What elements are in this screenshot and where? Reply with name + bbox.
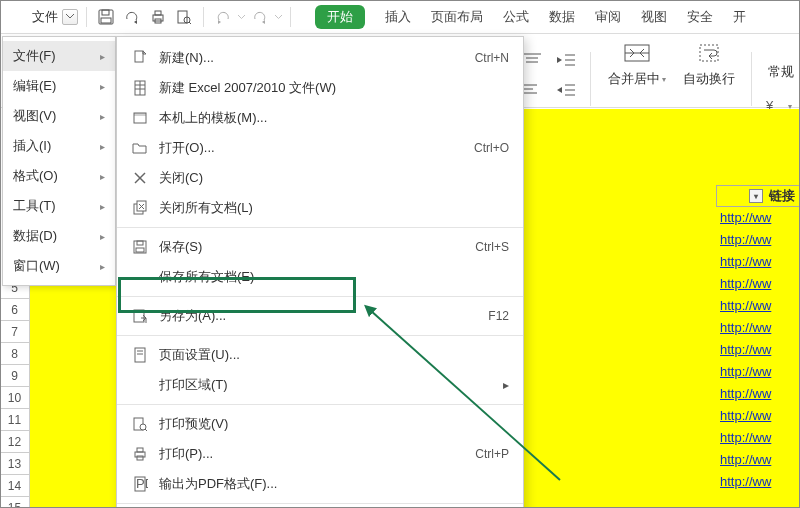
menu-item-save[interactable]: 保存(S)Ctrl+S bbox=[117, 232, 523, 262]
save-icon[interactable] bbox=[95, 6, 117, 28]
tab-start[interactable]: 开始 bbox=[315, 5, 365, 29]
divider bbox=[290, 7, 291, 27]
menu-item-shortcut: Ctrl+P bbox=[475, 447, 509, 461]
cell-link[interactable]: http://ww bbox=[720, 339, 800, 361]
row-header[interactable]: 8 bbox=[0, 343, 29, 365]
menu-item-open[interactable]: 打开(O)...Ctrl+O bbox=[117, 133, 523, 163]
cell-link[interactable]: http://ww bbox=[720, 273, 800, 295]
redo-icon[interactable] bbox=[121, 6, 143, 28]
file-flyout-menu: 新建(N)...Ctrl+N新建 Excel 2007/2010 文件(W)本机… bbox=[116, 36, 524, 508]
menu-separator bbox=[117, 227, 523, 228]
column-header-link[interactable]: ▾ 链接 bbox=[716, 185, 800, 207]
svg-rect-25 bbox=[135, 51, 143, 62]
submenu-item[interactable]: 窗口(W)▸ bbox=[3, 251, 115, 281]
ribbon-right-group: 合并居中▾ 自动换行 常规 ¥ ▾ bbox=[518, 34, 800, 107]
submenu-item[interactable]: 格式(O)▸ bbox=[3, 161, 115, 191]
submenu-item[interactable]: 数据(D)▸ bbox=[3, 221, 115, 251]
cell-link[interactable]: http://ww bbox=[720, 207, 800, 229]
tab-layout[interactable]: 页面布局 bbox=[431, 8, 483, 26]
print-icon[interactable] bbox=[147, 6, 169, 28]
tab-security[interactable]: 安全 bbox=[687, 8, 713, 26]
submenu-label: 文件(F) bbox=[13, 47, 56, 65]
submenu-item[interactable]: 工具(T)▸ bbox=[3, 191, 115, 221]
file-menu-button[interactable]: 文件 bbox=[32, 8, 58, 26]
submenu-item[interactable]: 插入(I)▸ bbox=[3, 131, 115, 161]
menu-item-new[interactable]: 新建(N)...Ctrl+N bbox=[117, 43, 523, 73]
menu-item-printarea[interactable]: 打印区域(T)▸ bbox=[117, 370, 523, 400]
svg-text:PDF: PDF bbox=[136, 476, 148, 491]
cell-link[interactable]: http://ww bbox=[720, 229, 800, 251]
cell-link[interactable]: http://ww bbox=[720, 295, 800, 317]
tab-view[interactable]: 视图 bbox=[641, 8, 667, 26]
link-column: http://wwhttp://wwhttp://wwhttp://wwhttp… bbox=[720, 207, 800, 493]
menu-separator bbox=[117, 296, 523, 297]
menu-item-pdf[interactable]: PDF输出为PDF格式(F)... bbox=[117, 469, 523, 499]
submenu-item[interactable]: 编辑(E)▸ bbox=[3, 71, 115, 101]
menu-item-label: 打印预览(V) bbox=[159, 415, 228, 433]
decrease-indent-icon[interactable] bbox=[552, 46, 580, 74]
row-header[interactable]: 7 bbox=[0, 321, 29, 343]
redo-icon[interactable] bbox=[249, 6, 271, 28]
ribbon-tabs: 开始 插入 页面布局 公式 数据 审阅 视图 安全 开 bbox=[315, 5, 746, 29]
cell-link[interactable]: http://ww bbox=[720, 361, 800, 383]
menu-item-print[interactable]: 打印(P)...Ctrl+P bbox=[117, 439, 523, 469]
row-header[interactable]: 11 bbox=[0, 409, 29, 431]
menu-item-shortcut: Ctrl+S bbox=[475, 240, 509, 254]
row-header[interactable]: 13 bbox=[0, 453, 29, 475]
menu-item-tpl[interactable]: 本机上的模板(M)... bbox=[117, 103, 523, 133]
tab-data[interactable]: 数据 bbox=[549, 8, 575, 26]
number-format-select[interactable]: 常规 bbox=[762, 54, 800, 90]
menu-item-shortcut: Ctrl+O bbox=[474, 141, 509, 155]
submenu-item[interactable]: 视图(V)▸ bbox=[3, 101, 115, 131]
row-header[interactable]: 6 bbox=[0, 299, 29, 321]
menu-item-newx[interactable]: 新建 Excel 2007/2010 文件(W) bbox=[117, 73, 523, 103]
chevron-down-icon[interactable] bbox=[238, 15, 245, 19]
increase-indent-icon[interactable] bbox=[552, 76, 580, 104]
wrap-label: 自动换行 bbox=[683, 70, 735, 88]
menu-item-preview[interactable]: 打印预览(V) bbox=[117, 409, 523, 439]
row-header[interactable]: 15 bbox=[0, 497, 29, 508]
row-header[interactable]: 10 bbox=[0, 387, 29, 409]
cell-link[interactable]: http://ww bbox=[720, 427, 800, 449]
menu-item-label: 本机上的模板(M)... bbox=[159, 109, 267, 127]
submenu-label: 编辑(E) bbox=[13, 77, 56, 95]
cell-link[interactable]: http://ww bbox=[720, 449, 800, 471]
menu-item-pagesetup[interactable]: 页面设置(U)... bbox=[117, 340, 523, 370]
menu-item-closeall[interactable]: 关闭所有文档(L) bbox=[117, 193, 523, 223]
wrap-text-button[interactable]: 自动换行 bbox=[673, 42, 745, 88]
undo-icon[interactable] bbox=[212, 6, 234, 28]
cell-link[interactable]: http://ww bbox=[720, 317, 800, 339]
cell-link[interactable]: http://ww bbox=[720, 251, 800, 273]
svg-rect-39 bbox=[137, 241, 143, 245]
tab-review[interactable]: 审阅 bbox=[595, 8, 621, 26]
preview-icon[interactable] bbox=[173, 6, 195, 28]
menu-item-shortcut: F12 bbox=[488, 309, 509, 323]
menu-item-label: 关闭所有文档(L) bbox=[159, 199, 253, 217]
chevron-right-icon: ▸ bbox=[100, 111, 105, 122]
menu-item-saveas[interactable]: 另存为(A)...F12 bbox=[117, 301, 523, 331]
merge-center-button[interactable]: 合并居中▾ bbox=[601, 42, 673, 88]
chevron-right-icon: ▸ bbox=[100, 171, 105, 182]
cell-link[interactable]: http://ww bbox=[720, 471, 800, 493]
divider bbox=[86, 7, 87, 27]
file-menu-dropdown[interactable] bbox=[62, 9, 78, 25]
chevron-right-icon: ▸ bbox=[100, 261, 105, 272]
svg-rect-23 bbox=[700, 45, 718, 61]
chevron-down-icon[interactable] bbox=[275, 15, 282, 19]
submenu-label: 格式(O) bbox=[13, 167, 58, 185]
svg-rect-41 bbox=[134, 310, 144, 322]
tab-formula[interactable]: 公式 bbox=[503, 8, 529, 26]
tab-dev[interactable]: 开 bbox=[733, 8, 746, 26]
row-header[interactable]: 9 bbox=[0, 365, 29, 387]
menu-item-close[interactable]: 关闭(C) bbox=[117, 163, 523, 193]
menu-item-saveall[interactable]: 保存所有文档(E) bbox=[117, 262, 523, 292]
submenu-label: 窗口(W) bbox=[13, 257, 60, 275]
cell-link[interactable]: http://ww bbox=[720, 383, 800, 405]
submenu-item[interactable]: 文件(F)▸ bbox=[3, 41, 115, 71]
cell-link[interactable]: http://ww bbox=[720, 405, 800, 427]
hamburger-icon[interactable] bbox=[6, 6, 28, 28]
filter-icon[interactable]: ▾ bbox=[749, 189, 763, 203]
row-header[interactable]: 14 bbox=[0, 475, 29, 497]
row-header[interactable]: 12 bbox=[0, 431, 29, 453]
tab-insert[interactable]: 插入 bbox=[385, 8, 411, 26]
